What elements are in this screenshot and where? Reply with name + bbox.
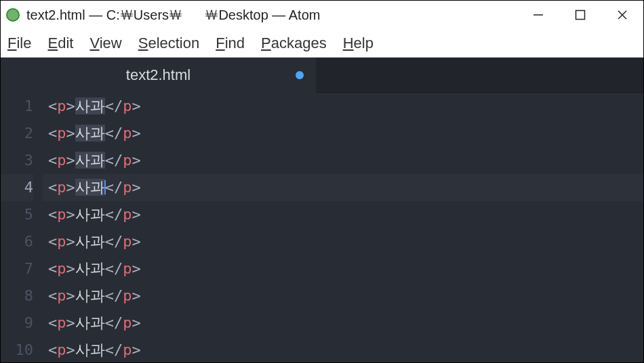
line-number: 7 bbox=[1, 255, 33, 282]
line-number: 6 bbox=[1, 228, 33, 255]
menu-view[interactable]: View bbox=[89, 35, 121, 52]
line-number: 9 bbox=[1, 309, 33, 337]
svg-rect-1 bbox=[576, 11, 585, 20]
code-line[interactable]: <p>사과</p> bbox=[43, 93, 643, 120]
code-area[interactable]: <p>사과</p><p>사과</p><p>사과</p><p>사과</p><p>사… bbox=[43, 93, 643, 363]
gutter: 12345678910 bbox=[1, 93, 43, 363]
menu-find[interactable]: Find bbox=[216, 35, 245, 52]
minimize-icon bbox=[532, 9, 544, 21]
tab-label: text2.html bbox=[126, 66, 190, 84]
line-number: 1 bbox=[1, 93, 33, 120]
menu-file[interactable]: File bbox=[7, 35, 31, 52]
code-line[interactable]: <p>사과</p> bbox=[43, 174, 643, 201]
menu-selection[interactable]: Selection bbox=[138, 35, 200, 52]
tabbar-empty bbox=[316, 58, 643, 93]
line-number: 4 bbox=[1, 174, 33, 201]
tab-text2-html[interactable]: text2.html bbox=[1, 58, 316, 93]
modified-indicator-icon bbox=[296, 71, 304, 79]
maximize-button[interactable] bbox=[559, 1, 601, 29]
code-line[interactable]: <p>사과</p> bbox=[43, 147, 643, 174]
menubar: File Edit View Selection Find Packages H… bbox=[1, 29, 643, 58]
code-line[interactable]: <p>사과</p> bbox=[43, 228, 643, 255]
line-number: 3 bbox=[1, 147, 33, 174]
titlebar: text2.html — C:￦Users￦ ￦Desktop — Atom bbox=[1, 1, 643, 29]
menu-packages[interactable]: Packages bbox=[261, 35, 327, 52]
line-number: 10 bbox=[1, 337, 33, 363]
code-line[interactable]: <p>사과</p> bbox=[43, 309, 643, 337]
tabbar: text2.html bbox=[1, 58, 643, 93]
line-number: 8 bbox=[1, 282, 33, 309]
line-number: 2 bbox=[1, 120, 33, 147]
menu-edit[interactable]: Edit bbox=[47, 35, 73, 52]
maximize-icon bbox=[575, 9, 586, 20]
window-title: text2.html — C:￦Users￦ ￦Desktop — Atom bbox=[26, 6, 517, 24]
menu-help[interactable]: Help bbox=[343, 35, 374, 52]
minimize-button[interactable] bbox=[517, 1, 559, 29]
atom-icon bbox=[6, 8, 20, 22]
code-line[interactable]: <p>사과</p> bbox=[43, 282, 643, 309]
editor[interactable]: 12345678910 <p>사과</p><p>사과</p><p>사과</p><… bbox=[1, 93, 643, 363]
code-line[interactable]: <p>사과</p> bbox=[43, 201, 643, 228]
close-icon bbox=[616, 9, 628, 21]
line-number: 5 bbox=[1, 201, 33, 228]
window-controls bbox=[517, 1, 643, 29]
code-line[interactable]: <p>사과</p> bbox=[43, 120, 643, 147]
code-line[interactable]: <p>사과</p> bbox=[43, 337, 643, 363]
close-button[interactable] bbox=[601, 1, 643, 29]
code-line[interactable]: <p>사과</p> bbox=[43, 255, 643, 282]
